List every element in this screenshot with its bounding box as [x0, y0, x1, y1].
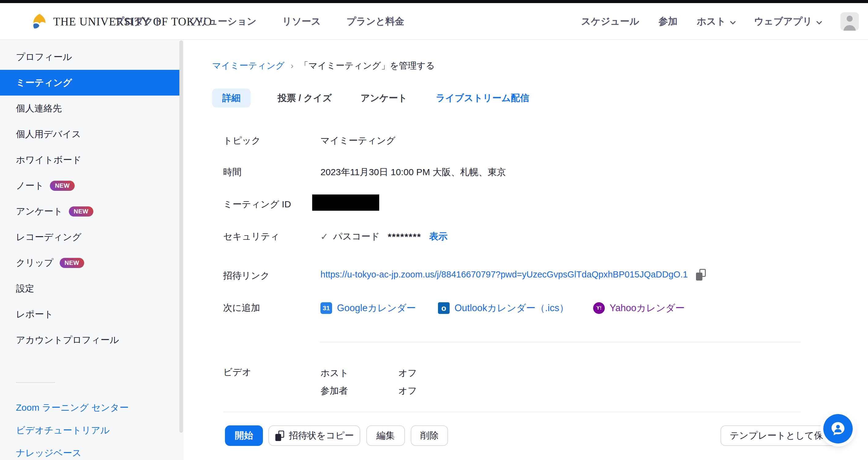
copy-invitation-button[interactable]: 招待状をコピー	[269, 425, 360, 446]
utokyo-ginkgo-icon	[31, 12, 49, 30]
section-divider	[223, 412, 801, 412]
delete-button[interactable]: 削除	[411, 425, 448, 446]
sidebar: プロフィール ミーティング 個人連絡先 個人用デバイス ホワイトボード ノートN…	[0, 40, 184, 460]
security-row: ✓ パスコード ******** 表示	[320, 230, 447, 243]
sidebar-scrollbar[interactable]	[179, 40, 183, 433]
passcode-label: パスコード	[333, 230, 380, 243]
nav-join[interactable]: 参加	[658, 15, 677, 28]
sidebar-item-label: 個人連絡先	[16, 102, 62, 115]
sidebar-item-label: 個人用デバイス	[16, 128, 81, 141]
label-add-to: 次に追加	[223, 302, 260, 314]
invite-link[interactable]: https://u-tokyo-ac-jp.zoom.us/j/88416670…	[320, 269, 688, 280]
google-calendar-icon: 31	[320, 302, 332, 314]
sidebar-item-label: アンケート	[16, 205, 63, 218]
sidebar-divider	[16, 382, 55, 383]
nav-item-solutions[interactable]: ソリューション	[189, 15, 256, 28]
sidebar-item-label: クリップ	[16, 257, 54, 269]
chevron-down-icon	[730, 19, 736, 24]
zoom-web-portal-page: THE UNIVERSITY OF TOKYO プロダクト ソリューション リソ…	[0, 0, 868, 460]
user-avatar-icon	[843, 25, 856, 31]
new-badge: NEW	[69, 206, 93, 217]
sidebar-item-settings[interactable]: 設定	[0, 276, 180, 301]
label-video: ビデオ	[223, 366, 251, 378]
sidebar-item-reports[interactable]: レポート	[0, 301, 180, 327]
breadcrumb-my-meetings-link[interactable]: マイミーティング	[212, 60, 285, 72]
video-participant-value: オフ	[398, 385, 417, 397]
sidebar-item-label: プロフィール	[16, 51, 72, 63]
sidebar-item-label: レコーディング	[16, 231, 82, 243]
calendar-link-outlook[interactable]: o Outlookカレンダー（.ics）	[438, 301, 569, 315]
sidebar-item-personal-contacts[interactable]: 個人連絡先	[0, 95, 180, 121]
sidebar-item-label: ミーティング	[16, 77, 72, 89]
tab-livestream[interactable]: ライブストリーム配信	[436, 88, 529, 108]
copy-icon	[696, 272, 703, 281]
tab-survey[interactable]: アンケート	[361, 88, 407, 108]
user-avatar[interactable]	[840, 12, 859, 31]
sidebar-item-clips[interactable]: クリップNEW	[0, 250, 180, 276]
yahoo-calendar-icon: Y!	[593, 302, 605, 314]
sidebar-item-personal-devices[interactable]: 個人用デバイス	[0, 121, 180, 147]
meeting-id-redacted-box	[312, 195, 379, 211]
breadcrumb: マイミーティング › 「マイミーティング」を管理する	[212, 60, 435, 72]
sidebar-link-video-tutorials[interactable]: ビデオチュートリアル	[0, 419, 184, 442]
outlook-calendar-icon: o	[438, 302, 450, 314]
value-time: 2023年11月30日 10:00 PM 大阪、札幌、東京	[320, 166, 506, 178]
user-avatar-icon	[846, 16, 853, 22]
sidebar-item-label: アカウントプロフィール	[16, 334, 119, 346]
sidebar-item-label: 設定	[16, 282, 34, 295]
header-right-nav: スケジュール 参加 ホスト ウェブアプリ	[581, 3, 859, 40]
label-invite-link: 招待リンク	[223, 269, 270, 282]
sidebar-item-label: ノート	[16, 179, 44, 192]
nav-item-products[interactable]: プロダクト	[115, 15, 163, 28]
sidebar-item-account-profile[interactable]: アカウントプロフィール	[0, 327, 180, 353]
top-strip	[0, 0, 868, 3]
copy-invite-link-button[interactable]	[696, 269, 706, 281]
start-button[interactable]: 開始	[225, 425, 263, 446]
nav-schedule[interactable]: スケジュール	[581, 15, 639, 28]
support-chat-button[interactable]	[823, 414, 853, 443]
main-nav: プロダクト ソリューション リソース プランと料金	[115, 3, 404, 40]
sidebar-item-label: レポート	[16, 308, 53, 321]
tab-polls-quizzes[interactable]: 投票 / クイズ	[278, 88, 332, 108]
calendar-link-label: Outlookカレンダー（.ics）	[455, 302, 569, 315]
edit-button[interactable]: 編集	[366, 425, 405, 446]
breadcrumb-current-page: 「マイミーティング」を管理する	[300, 60, 435, 72]
label-meeting-id: ミーティング ID	[223, 198, 291, 211]
value-topic: マイミーティング	[320, 135, 396, 147]
calendar-link-yahoo[interactable]: Y! Yahooカレンダー	[593, 301, 685, 315]
sidebar-item-whiteboard[interactable]: ホワイトボード	[0, 147, 180, 173]
sidebar-item-recordings[interactable]: レコーディング	[0, 224, 180, 250]
show-passcode-link[interactable]: 表示	[429, 230, 447, 243]
label-topic: トピック	[223, 135, 261, 147]
new-badge: NEW	[50, 181, 74, 191]
video-host-label: ホスト	[320, 367, 349, 379]
sidebar-item-surveys[interactable]: アンケートNEW	[0, 198, 180, 224]
sidebar-item-meetings[interactable]: ミーティング	[0, 70, 180, 95]
label-security: セキュリティ	[223, 230, 279, 243]
nav-item-resources[interactable]: リソース	[282, 15, 321, 28]
sidebar-items: プロフィール ミーティング 個人連絡先 個人用デバイス ホワイトボード ノートN…	[0, 44, 184, 353]
nav-host-label: ホスト	[696, 16, 726, 27]
nav-web-app-label: ウェブアプリ	[754, 16, 812, 27]
new-badge: NEW	[60, 258, 84, 268]
sidebar-item-profile[interactable]: プロフィール	[0, 44, 180, 70]
main-content: マイミーティング › 「マイミーティング」を管理する 詳細 投票 / クイズ ア…	[184, 40, 868, 460]
nav-host-menu[interactable]: ホスト	[696, 15, 735, 28]
support-chat-icon	[829, 420, 847, 438]
nav-web-app-menu[interactable]: ウェブアプリ	[754, 15, 821, 28]
sidebar-item-notes[interactable]: ノートNEW	[0, 173, 180, 198]
video-participant-label: 参加者	[320, 385, 348, 397]
sidebar-link-learning-center[interactable]: Zoom ラーニング センター	[0, 396, 184, 419]
section-divider	[320, 342, 801, 342]
sidebar-footer-links: Zoom ラーニング センター ビデオチュートリアル ナレッジベース	[0, 396, 184, 460]
copy-icon	[275, 430, 284, 441]
calendar-link-label: Yahooカレンダー	[610, 302, 685, 315]
calendar-link-label: Googleカレンダー	[337, 302, 416, 315]
copy-invitation-label: 招待状をコピー	[289, 429, 354, 442]
nav-item-plans-pricing[interactable]: プランと料金	[346, 15, 404, 28]
sidebar-link-knowledge-base[interactable]: ナレッジベース	[0, 442, 184, 460]
video-host-value: オフ	[398, 367, 417, 379]
chevron-down-icon	[816, 19, 822, 24]
tab-details[interactable]: 詳細	[212, 88, 251, 108]
calendar-link-google[interactable]: 31 Googleカレンダー	[320, 301, 416, 315]
